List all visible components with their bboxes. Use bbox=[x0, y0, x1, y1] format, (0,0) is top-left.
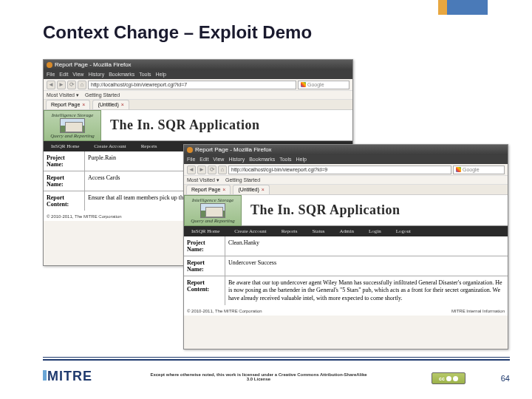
url-field[interactable]: http://localhost/cgi-bin/viewreport.cgi?… bbox=[228, 166, 451, 174]
menu-item[interactable]: View bbox=[72, 70, 83, 79]
field-label: Project Name: bbox=[44, 151, 85, 171]
field-label: Report Name: bbox=[184, 256, 225, 276]
nav-link[interactable]: InSQR Home bbox=[184, 228, 227, 234]
intel-bottom-text: Query and Reporting bbox=[50, 133, 95, 139]
home-button[interactable]: ⌂ bbox=[78, 81, 86, 89]
page-content: Intelligence Storage Query and Reporting… bbox=[184, 195, 508, 316]
tab-row: Report Page× (Untitled)× bbox=[184, 185, 508, 195]
home-button[interactable]: ⌂ bbox=[218, 166, 227, 174]
menu-item[interactable]: Bookmarks bbox=[109, 70, 134, 79]
menu-item[interactable]: Tools bbox=[279, 155, 291, 164]
search-field[interactable]: Google bbox=[453, 166, 505, 174]
nav-link[interactable]: Admin bbox=[332, 228, 361, 234]
slide-accent-yellow bbox=[438, 0, 447, 15]
menu-item[interactable]: Help bbox=[156, 70, 166, 79]
intel-logo: Intelligence Storage Query and Reporting bbox=[184, 195, 242, 226]
demo-stage: Report Page - Mozilla Firefox File Edit … bbox=[43, 59, 510, 351]
nav-link[interactable]: Status bbox=[304, 228, 332, 234]
tab[interactable]: (Untitled)× bbox=[92, 100, 129, 109]
menu-item[interactable]: Edit bbox=[59, 70, 68, 79]
intel-logo: Intelligence Storage Query and Reporting bbox=[44, 110, 101, 141]
building-icon bbox=[200, 203, 225, 218]
by-icon bbox=[446, 376, 451, 381]
tab[interactable]: (Untitled)× bbox=[233, 185, 270, 194]
nav-toolbar: ◄ ► ⟳ ⌂ http://localhost/cgi-bin/viewrep… bbox=[44, 79, 352, 91]
tab-label: (Untitled) bbox=[98, 100, 118, 109]
field-label: Project Name: bbox=[184, 236, 225, 256]
field-value: Clean.Hanky bbox=[225, 236, 508, 256]
bookmark-item[interactable]: Getting Started bbox=[225, 177, 260, 183]
menu-item[interactable]: View bbox=[213, 155, 224, 164]
nav-link[interactable]: Create Account bbox=[86, 143, 133, 149]
reload-button[interactable]: ⟳ bbox=[208, 166, 216, 174]
search-placeholder: Google bbox=[463, 166, 480, 174]
nav-toolbar: ◄ ► ⟳ ⌂ http://localhost/cgi-bin/viewrep… bbox=[184, 164, 508, 176]
menu-item[interactable]: Tools bbox=[139, 70, 151, 79]
tab-label: Report Page bbox=[191, 185, 220, 194]
mitre-logo: MITRE bbox=[43, 369, 92, 384]
menu-item[interactable]: File bbox=[187, 155, 195, 164]
search-placeholder: Google bbox=[307, 81, 324, 89]
forward-button[interactable]: ► bbox=[57, 81, 66, 89]
bookmark-item[interactable]: Getting Started bbox=[85, 92, 120, 98]
menu-item[interactable]: File bbox=[47, 70, 55, 79]
back-button[interactable]: ◄ bbox=[47, 81, 55, 89]
menu-item[interactable]: History bbox=[88, 70, 104, 79]
close-icon[interactable]: × bbox=[82, 100, 85, 109]
google-icon bbox=[301, 82, 306, 87]
forward-button[interactable]: ► bbox=[197, 166, 206, 174]
bookmark-item[interactable]: Most Visited ▾ bbox=[187, 177, 219, 183]
tab-label: (Untitled) bbox=[238, 185, 259, 194]
firefox-icon bbox=[47, 62, 52, 68]
nav-link[interactable]: Reports bbox=[134, 143, 165, 149]
field-value: Be aware that our top undercover agent W… bbox=[225, 276, 508, 305]
app-banner: Intelligence Storage Query and Reporting… bbox=[44, 110, 352, 141]
logo-accent-icon bbox=[43, 370, 47, 381]
footer-divider-thick bbox=[43, 359, 510, 361]
page-number: 64 bbox=[501, 374, 510, 383]
menu-item[interactable]: Edit bbox=[200, 155, 208, 164]
field-label: Report Name: bbox=[44, 171, 85, 191]
menu-item[interactable]: Help bbox=[296, 155, 307, 164]
intel-top-text: Intelligence Storage bbox=[192, 197, 234, 203]
cc-label: cc bbox=[439, 376, 445, 381]
logo-text: MITRE bbox=[47, 369, 92, 383]
cc-badge: cc bbox=[432, 372, 466, 384]
nav-link[interactable]: Login bbox=[361, 228, 389, 234]
bookmarks-bar: Most Visited ▾ Getting Started bbox=[184, 176, 508, 185]
close-icon[interactable]: × bbox=[222, 185, 225, 194]
copyright-left: © 2010-2011, The MITRE Corporation bbox=[187, 309, 262, 313]
firefox-icon bbox=[187, 147, 193, 153]
nav-link[interactable]: Reports bbox=[274, 228, 305, 234]
back-button[interactable]: ◄ bbox=[187, 166, 196, 174]
nav-link[interactable]: Create Account bbox=[227, 228, 273, 234]
app-banner: Intelligence Storage Query and Reporting… bbox=[184, 195, 508, 226]
copyright: © 2010-2011, The MITRE Corporation MITRE… bbox=[184, 305, 508, 316]
tab[interactable]: Report Page× bbox=[186, 185, 231, 194]
slide-accent-blue bbox=[447, 0, 488, 15]
url-field[interactable]: http://localhost/cgi-bin/viewreport.cgi?… bbox=[88, 81, 296, 89]
search-field[interactable]: Google bbox=[298, 81, 349, 89]
close-icon[interactable]: × bbox=[262, 185, 265, 194]
bookmarks-bar: Most Visited ▾ Getting Started bbox=[44, 91, 352, 100]
close-icon[interactable]: × bbox=[121, 100, 124, 109]
menu-item[interactable]: History bbox=[228, 155, 245, 164]
titlebar[interactable]: Report Page - Mozilla Firefox bbox=[184, 145, 508, 155]
menubar: File Edit View History Bookmarks Tools H… bbox=[184, 155, 508, 164]
nav-link[interactable]: InSQR Home bbox=[44, 143, 86, 149]
tab-label: Report Page bbox=[51, 100, 80, 109]
bookmark-item[interactable]: Most Visited ▾ bbox=[47, 92, 79, 98]
reload-button[interactable]: ⟳ bbox=[67, 81, 76, 89]
tab[interactable]: Report Page× bbox=[46, 100, 90, 109]
field-label: Report Content: bbox=[184, 276, 225, 305]
field-label: Report Content: bbox=[44, 191, 85, 211]
field-value: Undercover Success bbox=[225, 256, 508, 276]
window-title: Report Page - Mozilla Firefox bbox=[55, 60, 132, 70]
menu-item[interactable]: Bookmarks bbox=[249, 155, 275, 164]
browser-window-b: Report Page - Mozilla Firefox File Edit … bbox=[183, 144, 508, 349]
intel-bottom-text: Query and Reporting bbox=[191, 218, 235, 224]
license-text: Except where otherwise noted, this work … bbox=[148, 372, 369, 381]
app-nav: InSQR Home Create Account Reports Status… bbox=[184, 226, 508, 236]
nav-link[interactable]: Logout bbox=[389, 228, 418, 234]
titlebar[interactable]: Report Page - Mozilla Firefox bbox=[44, 60, 352, 70]
